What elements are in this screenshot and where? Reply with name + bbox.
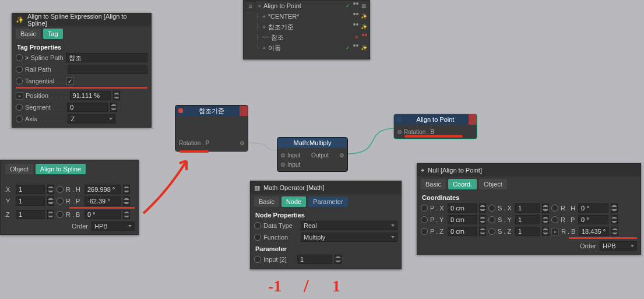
radio-px[interactable] bbox=[421, 205, 428, 212]
tree-item-move[interactable]: 이동 bbox=[268, 44, 281, 52]
spinner[interactable] bbox=[542, 215, 549, 224]
output-port[interactable] bbox=[340, 153, 344, 157]
rb-field[interactable]: 18.435 ° bbox=[579, 227, 609, 236]
visibility-icon[interactable]: ✓ bbox=[344, 2, 351, 9]
tab-coord[interactable]: Coord. bbox=[448, 179, 477, 189]
spinner[interactable] bbox=[123, 185, 130, 194]
order-dropdown[interactable]: HPB bbox=[92, 221, 135, 231]
datatype-dropdown[interactable]: Real bbox=[301, 221, 397, 230]
spinner[interactable] bbox=[47, 196, 54, 206]
visibility-icon[interactable]: ✓ bbox=[344, 44, 351, 51]
tab-node[interactable]: Node bbox=[281, 196, 306, 207]
visibility-off-icon[interactable]: ✕ bbox=[353, 34, 360, 41]
rp-field[interactable]: 0 ° bbox=[578, 215, 608, 224]
node-header[interactable]: 참조기준 bbox=[175, 105, 248, 116]
tag-icon[interactable]: ✨ bbox=[360, 44, 367, 51]
radio-rail-path[interactable] bbox=[16, 66, 23, 73]
position-field[interactable]: 91.111 % bbox=[70, 91, 111, 100]
axis-dropdown[interactable]: Z bbox=[68, 114, 115, 124]
input-port[interactable] bbox=[397, 130, 402, 134]
anim-icon[interactable]: ▸ bbox=[16, 92, 23, 100]
radio-sy[interactable] bbox=[488, 216, 495, 223]
tab-basic[interactable]: Basic bbox=[16, 29, 41, 39]
tab-basic[interactable]: Basic bbox=[421, 179, 446, 189]
radio-rp[interactable] bbox=[551, 216, 558, 223]
node-multiply[interactable]: Math:Multiply Input Output Input bbox=[277, 137, 348, 172]
radio-rh[interactable] bbox=[551, 205, 558, 212]
spinner[interactable] bbox=[479, 227, 486, 236]
pz-field[interactable]: 0 cm bbox=[448, 227, 477, 236]
dots-icon[interactable] bbox=[362, 34, 367, 41]
node-ref[interactable]: 참조기준 Rotation . P bbox=[175, 105, 248, 152]
radio-spline-path[interactable] bbox=[16, 54, 23, 61]
z-field[interactable]: 1 bbox=[16, 210, 45, 219]
radio-rp[interactable] bbox=[57, 198, 64, 205]
tag-icon[interactable]: ▦ bbox=[360, 2, 367, 9]
input2-field[interactable]: 1 bbox=[297, 255, 332, 264]
tangential-checkbox[interactable] bbox=[66, 78, 73, 85]
tree-item-center[interactable]: *CENTER* bbox=[268, 13, 300, 20]
radio-datatype[interactable] bbox=[254, 222, 261, 229]
spinner[interactable] bbox=[611, 215, 618, 224]
dots-icon[interactable] bbox=[353, 23, 358, 30]
radio-function[interactable] bbox=[254, 234, 261, 241]
spinner[interactable] bbox=[113, 91, 120, 100]
tab-object[interactable]: Object bbox=[479, 179, 507, 189]
radio-segment[interactable] bbox=[16, 104, 23, 111]
spinner[interactable] bbox=[611, 227, 618, 236]
spinner[interactable] bbox=[335, 255, 342, 264]
spinner[interactable] bbox=[611, 203, 618, 213]
spline-path-field[interactable]: 참조 bbox=[66, 53, 147, 62]
spinner[interactable] bbox=[110, 103, 117, 112]
segment-field[interactable]: 0 bbox=[67, 103, 108, 112]
tree-item-ref[interactable]: 참조 bbox=[271, 33, 284, 42]
tag-icon[interactable]: ✨ bbox=[360, 13, 367, 20]
rb-field[interactable]: 0 ° bbox=[85, 210, 121, 219]
dots-icon[interactable] bbox=[353, 44, 358, 51]
radio-rb[interactable] bbox=[57, 211, 64, 218]
rp-field[interactable]: -62.39 ° bbox=[85, 196, 121, 206]
spinner[interactable] bbox=[479, 203, 486, 213]
tab-parameter[interactable]: Parameter bbox=[308, 196, 347, 207]
order-dropdown[interactable]: HPB bbox=[600, 241, 637, 251]
output-port[interactable] bbox=[240, 141, 244, 145]
tab-basic[interactable]: Basic bbox=[254, 196, 279, 207]
spinner[interactable] bbox=[123, 210, 130, 219]
spinner[interactable] bbox=[479, 215, 486, 224]
spinner[interactable] bbox=[123, 196, 130, 206]
tab-object[interactable]: Object bbox=[5, 164, 33, 174]
dots-icon[interactable] bbox=[353, 13, 358, 20]
tree-item-ref-base[interactable]: 참조기준 bbox=[268, 23, 294, 31]
sy-field[interactable]: 1 bbox=[515, 215, 540, 224]
x-field[interactable]: 1 bbox=[16, 185, 45, 194]
radio-pz[interactable] bbox=[421, 228, 428, 235]
rh-field[interactable]: 269.998 ° bbox=[85, 185, 121, 194]
radio-py[interactable] bbox=[421, 216, 428, 223]
radio-tangential[interactable] bbox=[16, 78, 23, 85]
y-field[interactable]: 1 bbox=[16, 196, 45, 206]
px-field[interactable]: 0 cm bbox=[448, 203, 477, 213]
spinner[interactable] bbox=[47, 210, 54, 219]
radio-sx[interactable] bbox=[488, 205, 495, 212]
tab-tag[interactable]: Tag bbox=[43, 29, 63, 39]
radio-axis[interactable] bbox=[16, 115, 23, 122]
radio-rh[interactable] bbox=[57, 186, 64, 193]
tag-icon[interactable]: ✨ bbox=[360, 23, 367, 30]
spinner[interactable] bbox=[542, 227, 549, 236]
radio-sz[interactable] bbox=[488, 228, 495, 235]
sx-field[interactable]: 1 bbox=[515, 203, 540, 213]
anim-icon[interactable]: ▸ bbox=[551, 228, 559, 235]
spinner[interactable] bbox=[47, 185, 54, 194]
input-port-2[interactable] bbox=[281, 163, 285, 167]
dots-icon[interactable] bbox=[353, 2, 358, 9]
function-dropdown[interactable]: Multiply bbox=[301, 233, 397, 242]
spinner[interactable] bbox=[542, 203, 549, 213]
tab-align-to-spline[interactable]: Align to Spline bbox=[36, 164, 86, 174]
input-port-1[interactable] bbox=[281, 153, 285, 157]
rail-path-field[interactable] bbox=[68, 65, 147, 74]
panel-menu-icon[interactable]: ≡ bbox=[246, 1, 255, 10]
node-header[interactable]: Align to Point bbox=[394, 114, 477, 125]
tree-root-label[interactable]: Align to Point bbox=[263, 2, 301, 9]
radio-input2[interactable] bbox=[254, 256, 261, 263]
sz-field[interactable]: 1 bbox=[515, 227, 540, 236]
